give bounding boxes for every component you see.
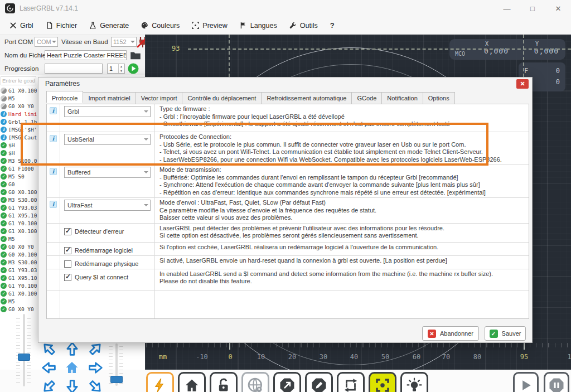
gcode-log-line: G1 X0.100 — [0, 86, 37, 94]
laser-blink-button[interactable] — [400, 372, 428, 392]
close-button[interactable]: ✕ — [545, 0, 571, 17]
open-file-button[interactable] — [129, 50, 142, 60]
tab-contr-le-du-d-placement[interactable]: Contrôle du déplacement — [182, 92, 262, 104]
ok-check-icon: ✓ — [1, 298, 7, 304]
job-height-label: 93 — [172, 45, 180, 52]
gcode-log-line: ✓G1 Y0.100 — [0, 219, 37, 227]
passes-stepper[interactable]: 1 ▲▼ — [107, 64, 125, 74]
connect-button[interactable] — [146, 372, 174, 392]
menu-item-preview[interactable]: Preview — [186, 19, 233, 32]
gcode-log-line: ✓G0 — [0, 180, 37, 188]
ruler-label: 10 — [257, 353, 265, 361]
pause-job-button[interactable] — [544, 372, 569, 392]
dialog-close-button[interactable]: ✕ — [516, 79, 529, 89]
info-icon: i — [50, 201, 57, 208]
checkbox-checked[interactable] — [64, 228, 71, 235]
homing-button[interactable] — [178, 372, 206, 392]
slider-track[interactable] — [23, 314, 25, 386]
tab-gcode[interactable]: GCode — [352, 92, 382, 104]
info-icon: i — [1, 134, 7, 141]
focus-button[interactable] — [369, 372, 396, 392]
maximize-button[interactable]: □ — [520, 0, 545, 17]
gcode-text: M5 S0 — [8, 173, 25, 180]
ok-check-icon: ✓ — [1, 236, 7, 242]
info-icon: i — [1, 127, 7, 133]
menu-item-grbl[interactable]: Grbl — [3, 19, 40, 32]
trace-perimeter-button[interactable] — [337, 372, 365, 392]
menu-item-label: Preview — [202, 22, 227, 30]
ruler-label: 0 — [228, 353, 232, 361]
buffered-select[interactable]: Buffered — [64, 167, 151, 178]
checkbox-checked[interactable] — [64, 247, 71, 254]
menu-item-label: Grbl — [20, 22, 33, 30]
save-button[interactable]: ✓ Sauver — [485, 326, 526, 341]
gcode-text: Hard limit — [8, 111, 37, 117]
jog-down-right-button[interactable] — [84, 377, 107, 392]
job-bound-right-line — [523, 35, 524, 77]
gcode-text: G1 F1000 — [8, 166, 34, 172]
tab-import-matriciel[interactable]: Import matriciel — [83, 92, 136, 104]
grbl-config-button[interactable] — [241, 372, 269, 392]
stepper-arrows-icon[interactable]: ▲▼ — [118, 64, 124, 73]
gcode-input[interactable]: Entrer le gcod — [1, 76, 36, 85]
menu-item-langues[interactable]: Langues — [234, 19, 283, 32]
chevron-down-icon — [130, 41, 135, 43]
menu-item-outils[interactable]: Outils — [283, 19, 324, 32]
jog-left-button[interactable] — [37, 358, 60, 377]
grbl-select[interactable]: Grbl — [64, 106, 151, 117]
chevron-down-icon — [144, 110, 148, 113]
ultrafast-select[interactable]: UltraFast — [64, 200, 151, 211]
sent-icon — [1, 88, 7, 94]
jog-right-button[interactable] — [84, 358, 107, 377]
bottom-toolbar — [146, 372, 428, 392]
setting-row-red-marrage-physique: Redémarrage physiqueSi activé, LaserGRBL… — [47, 256, 529, 269]
start-job-button[interactable] — [513, 372, 539, 392]
gcode-log-line: ✓M5 — [0, 235, 37, 243]
checkbox-checked[interactable] — [64, 274, 71, 281]
baud-select[interactable]: 1152 — [111, 37, 137, 47]
unlock-button[interactable] — [210, 372, 238, 392]
tab-options[interactable]: Options — [423, 92, 455, 104]
jog-down-left-button[interactable] — [37, 377, 60, 392]
menu-item-help[interactable]: ? — [324, 18, 344, 32]
gcode-log: G1 X0.100M5G0 X0 Y0iHard limitiGrbl 1.1h… — [0, 86, 37, 313]
ok-check-icon: ✓ — [1, 228, 7, 234]
gcode-log-line: M5 — [0, 94, 37, 102]
frame-button[interactable] — [273, 372, 301, 392]
tab-refroidissement-automatique[interactable]: Refroidissement automatique — [262, 92, 352, 104]
menu-item-generate[interactable]: Generate — [83, 19, 135, 32]
run-progress-button[interactable] — [128, 63, 139, 74]
connection-toolbar: Port COM COM Vitesse en Baud 1152 Nom du… — [0, 35, 146, 75]
setting-description: Si l'option est cochée, LaserGRBL réalis… — [155, 243, 529, 255]
ok-check-icon: ✓ — [1, 212, 7, 219]
info-icon: i — [1, 111, 7, 117]
tab-notification[interactable]: Notification — [382, 92, 423, 104]
control-cell: Redémarrage logiciel — [60, 243, 155, 255]
gcode-text: G0 X0 Y0 — [8, 103, 34, 109]
tab-protocole[interactable]: Protocole — [46, 91, 83, 103]
gcode-text: G0 X0.100 — [8, 251, 37, 258]
info-cell — [47, 224, 60, 242]
setting-description — [155, 291, 529, 319]
app-logo-icon — [5, 3, 15, 13]
tab-vector-import[interactable]: Vector import — [136, 92, 183, 104]
port-select[interactable]: COM — [35, 37, 58, 47]
gcode-text: G1 Y0.100 — [8, 220, 37, 226]
cancel-button[interactable]: ✕ Abandonner — [422, 326, 479, 341]
menu-item-fichier[interactable]: Fichier — [40, 19, 84, 32]
jog-home-button[interactable] — [60, 358, 84, 377]
sent-icon — [1, 95, 7, 101]
file-label: Nom du Fichier — [4, 52, 48, 59]
gcode-log-line: ✓G1 X0.100 — [0, 289, 37, 297]
gcode-log-line: ✓M5 — [0, 297, 37, 305]
jog-down-button[interactable] — [60, 377, 84, 392]
checkbox-unchecked[interactable] — [64, 260, 71, 268]
ok-check-icon: ✓ — [1, 197, 7, 203]
engrave-border-button[interactable] — [305, 372, 333, 392]
step-slider-handle[interactable] — [110, 376, 123, 383]
minimize-button[interactable]: — — [494, 0, 520, 17]
menu-item-couleurs[interactable]: Couleurs — [135, 19, 186, 32]
info-cell: i — [47, 165, 60, 197]
feed-slider-handle[interactable] — [18, 354, 30, 361]
file-name-input[interactable]: Heart Puzzle Coaster FREEBIE — [45, 50, 127, 60]
